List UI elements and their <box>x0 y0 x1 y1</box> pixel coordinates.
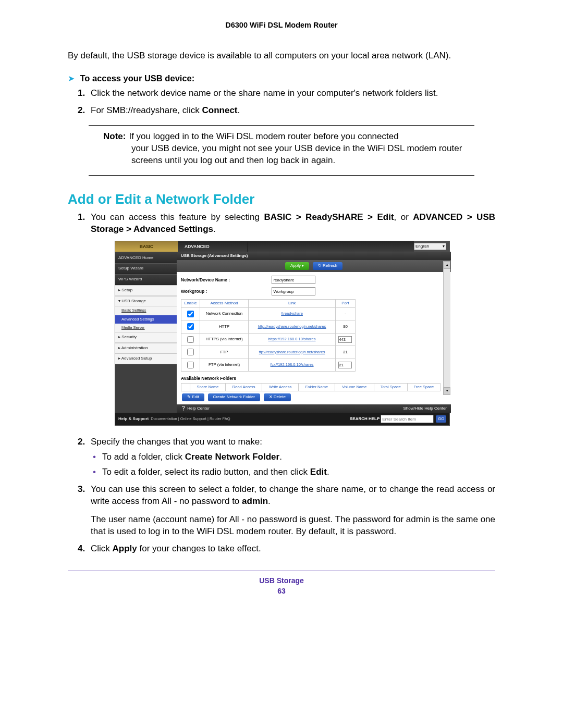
proc1-step2-bold: Connect <box>202 105 238 115</box>
procedure-heading: ➤ To access your USB device: <box>68 73 495 83</box>
sidebar-sub-advanced-settings[interactable]: Advanced Settings <box>115 315 177 324</box>
section-step-3: You can use this screen to select a fold… <box>88 484 495 538</box>
step2-b1-bold: Create Network Folder <box>185 452 279 462</box>
note-block: Note:If you logged in to the WiFi DSL mo… <box>103 131 474 167</box>
table-row: HTTPS (via internet) https://192.168.0.1… <box>181 333 356 346</box>
search-go-button[interactable]: GO <box>436 415 446 423</box>
table-row: HTTP http://readyshare.routerlogin.net/s… <box>181 320 356 334</box>
col-enable: Enable <box>181 300 200 308</box>
search-help-label: SEARCH HELP <box>350 416 380 422</box>
help-center-label[interactable]: ❔ Help Center <box>181 406 210 412</box>
step1-mid: , or <box>394 212 413 222</box>
tab-basic[interactable]: BASIC <box>115 241 178 252</box>
enable-checkbox[interactable] <box>187 311 194 317</box>
help-center-bar: ❔ Help Center Show/Hide Help Center <box>177 404 451 413</box>
step2-lead: Specify the changes that you want to mak… <box>91 437 262 447</box>
sidebar-item-setup-wizard[interactable]: Setup Wizard <box>115 263 177 274</box>
scroll-up-icon[interactable]: ▴ <box>444 261 450 269</box>
sidebar-sub-basic-settings[interactable]: Basic Settings <box>115 306 177 315</box>
sidebar-item-setup[interactable]: ▸ Setup <box>115 285 177 296</box>
cell-link[interactable]: http://readyshare.routerlogin.net/shares <box>258 324 326 329</box>
search-help-input[interactable] <box>381 415 434 423</box>
delete-folder-button[interactable]: ✕ Delete <box>264 393 291 401</box>
access-methods-table: Enable Access Method Link Port Network C… <box>181 299 356 372</box>
page-footer-separator <box>68 571 495 571</box>
device-name-input[interactable] <box>272 276 315 284</box>
page-footer: USB Storage 63 <box>68 576 495 595</box>
cell-port: 21 <box>335 346 355 359</box>
network-device-name-row: Network/Device Name : <box>181 274 440 286</box>
table-row: FTP ftp://readyshare.routerlogin.net/sha… <box>181 346 356 359</box>
port-input[interactable] <box>338 336 352 343</box>
step2-b1-pre: To add a folder, click <box>102 452 185 462</box>
workgroup-input[interactable] <box>272 287 315 295</box>
step2-b2-pre: To edit a folder, select its radio butto… <box>102 467 310 477</box>
col-total-space: Total Space <box>374 383 407 391</box>
cell-method: HTTPS (via internet) <box>200 333 248 346</box>
cell-method: Network Connection <box>200 307 248 320</box>
cell-link[interactable]: ftp://192.168.0.10/shares <box>271 362 314 367</box>
sidebar-sub-media-server[interactable]: Media Server <box>115 324 177 332</box>
page-header-title: D6300 WiFi DSL Modem Router <box>68 21 495 29</box>
step2-b2-bold: Edit <box>310 467 327 477</box>
sidebar: ADVANCED Home Setup Wizard WPS Wizard ▸ … <box>115 252 177 413</box>
enable-checkbox[interactable] <box>187 362 194 368</box>
step2-bullet-2: To edit a folder, select its radio butto… <box>91 466 495 478</box>
cell-link[interactable]: https://192.168.0.10/shares <box>268 337 316 341</box>
panel-button-row: Apply ▸ ↻ Refresh <box>177 260 451 272</box>
col-link: Link <box>249 300 336 308</box>
show-hide-help-link[interactable]: Show/Hide Help Center <box>403 406 447 412</box>
apply-button[interactable]: Apply ▸ <box>285 262 309 270</box>
step3-p2: The user name (account name) for All - n… <box>91 514 495 538</box>
intro-paragraph: By default, the USB storage device is av… <box>68 50 495 62</box>
section-step-2: Specify the changes that you want to mak… <box>88 436 495 478</box>
language-value: English <box>415 243 429 250</box>
col-access-method: Access Method <box>200 300 248 308</box>
section-title: Add or Edit a Network Folder <box>68 191 495 207</box>
note-separator-top <box>89 125 474 126</box>
sidebar-item-advanced-setup[interactable]: ▸ Advanced Setup <box>115 353 177 364</box>
procedure-arrow-icon: ➤ <box>68 74 75 83</box>
proc1-step2-pre: For SMB://readyshare, click <box>91 105 202 115</box>
enable-checkbox[interactable] <box>187 336 194 343</box>
edit-folder-button[interactable]: ✎ Edit <box>182 393 204 401</box>
sidebar-item-security[interactable]: ▸ Security <box>115 332 177 343</box>
step2-bullet-1: To add a folder, click Create Network Fo… <box>91 451 495 463</box>
cell-link[interactable]: ftp://readyshare.routerlogin.net/shares <box>259 350 325 354</box>
main-panel: USB Storage (Advanced Settings) Apply ▸ … <box>177 252 451 413</box>
port-input[interactable] <box>338 362 352 368</box>
enable-checkbox[interactable] <box>187 349 194 355</box>
cell-link[interactable]: \\readyshare <box>281 311 303 316</box>
sidebar-item-wps-wizard[interactable]: WPS Wizard <box>115 274 177 285</box>
enable-checkbox[interactable] <box>187 323 194 330</box>
footer-page-number: 63 <box>68 587 495 595</box>
cell-method: FTP (via internet) <box>200 359 248 372</box>
help-support-links[interactable]: Documentation | Online Support | Router … <box>151 416 230 422</box>
cell-port: - <box>335 307 355 320</box>
col-radio <box>181 383 190 391</box>
sidebar-item-advanced-home[interactable]: ADVANCED Home <box>115 253 177 264</box>
sidebar-item-usb-storage[interactable]: ▾ USB Storage <box>115 296 177 307</box>
tab-advanced[interactable]: ADVANCED <box>178 241 248 252</box>
sidebar-item-administration[interactable]: ▸ Administration <box>115 343 177 354</box>
cell-method: FTP <box>200 346 248 359</box>
create-network-folder-button[interactable]: Create Network Folder <box>208 393 260 401</box>
table-row: Network Connection \\readyshare - <box>181 307 356 320</box>
available-folders-title: Available Network Folders <box>181 376 440 381</box>
note-line1: If you logged in to the WiFi DSL modem r… <box>129 131 398 141</box>
top-tab-row: BASIC ADVANCED English ▾ <box>115 241 449 252</box>
refresh-button[interactable]: ↻ Refresh <box>313 262 342 270</box>
section-step-4: Click Apply for your changes to take eff… <box>88 543 495 555</box>
available-folders-table: Share Name Read Access Write Access Fold… <box>181 383 440 391</box>
footer-section-name: USB Storage <box>259 576 304 585</box>
col-volume-name: Volume Name <box>335 383 374 391</box>
language-select[interactable]: English ▾ <box>414 243 446 250</box>
step3-p1-post: . <box>268 496 271 506</box>
help-support-label: Help & Support <box>118 416 149 422</box>
col-folder-name: Folder Name <box>298 383 335 391</box>
panel-title: USB Storage (Advanced Settings) <box>177 252 451 261</box>
step3-p1-bold: admin <box>242 496 268 506</box>
step1-post: . <box>213 224 216 234</box>
col-read-access: Read Access <box>225 383 262 391</box>
table-row: FTP (via internet) ftp://192.168.0.10/sh… <box>181 359 356 372</box>
